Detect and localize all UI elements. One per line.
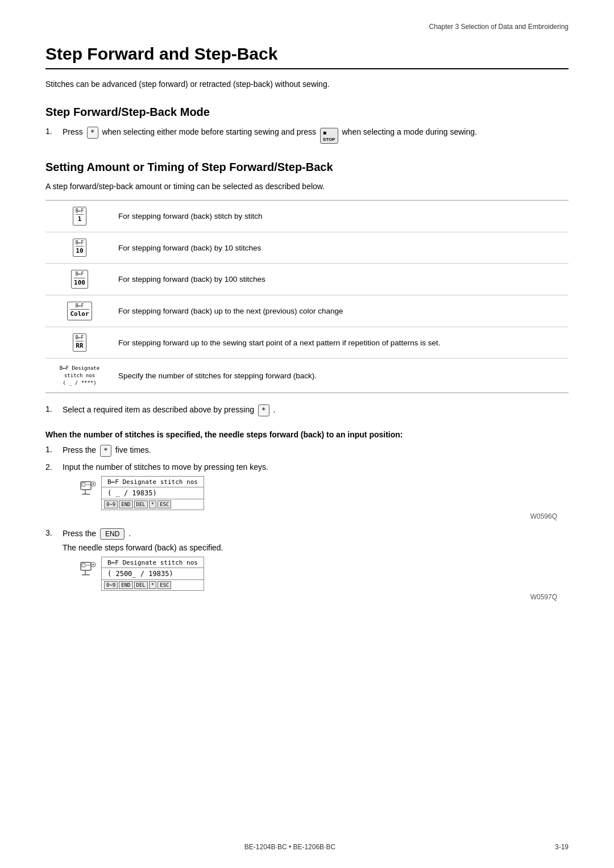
- diagram1-input-text: ( _ / 19835): [107, 489, 157, 497]
- diagram2-box: B↔F Designate stitch nos ( 2500_ / 19835…: [101, 557, 204, 591]
- diagram2-title: B↔F Designate stitch nos: [102, 557, 204, 568]
- step3-3-pre: Press the: [63, 529, 96, 538]
- svg-point-6: [93, 483, 94, 485]
- footer-page: 3-19: [534, 843, 569, 851]
- step-table: B↔F 1 For stepping forward (back) stitch…: [45, 200, 569, 393]
- section3-note-wrapper: When the number of stitches is specified…: [45, 430, 569, 439]
- bold-note: When the number of stitches is specified…: [45, 430, 569, 439]
- intro-text: Stitches can be advanced (step forward) …: [45, 80, 569, 89]
- sewing-machine-svg-1: [80, 478, 97, 496]
- end-button: END: [100, 528, 125, 540]
- table-row: B↔F Designate stitch nos ( _ / ****) Spe…: [45, 358, 569, 393]
- icon-cell-6: B↔F Designate stitch nos ( _ / ****): [45, 362, 114, 389]
- step3-2-content: Input the number of stitches to move by …: [63, 462, 569, 523]
- step-icon-3: B↔F 100: [71, 270, 88, 289]
- step-number: 1.: [45, 127, 63, 136]
- step3-2-num: 2.: [45, 462, 63, 471]
- diagram1-top: B↔F Designate stitch nos ( _ / 19835) 0~…: [80, 476, 204, 510]
- step-icon-2: B↔F 10: [73, 239, 86, 257]
- step-number-2: 1.: [45, 404, 63, 414]
- machine-icon-1: [80, 478, 97, 499]
- table-row: B↔F 10 For stepping forward (back) by 10…: [45, 232, 569, 264]
- diagram2: B↔F Designate stitch nos ( 2500_ / 19835…: [80, 557, 569, 601]
- desc-cell-1: For stepping forward (back) stitch by st…: [114, 212, 569, 220]
- diagram2-caption: W0597Q: [530, 593, 557, 601]
- section2-desc: A step forward/step-back amount or timin…: [45, 182, 569, 191]
- diagram2-inner: B↔F Designate stitch nos ( 2500_ / 19835…: [101, 557, 204, 580]
- key-esc-1: ESC: [157, 500, 171, 508]
- step3-3-post: .: [128, 529, 131, 538]
- section1-title: Step Forward/Step-Back Mode: [45, 106, 569, 119]
- section1-step1: 1. Press * when selecting either mode be…: [45, 127, 569, 144]
- select-text: Select a required item as described abov…: [63, 405, 254, 414]
- key-esc-2: ESC: [157, 581, 171, 589]
- key-del-1: DEL: [134, 500, 148, 508]
- page-footer: BE-1204B·BC • BE-1206B·BC 3-19: [0, 843, 614, 851]
- step1-mid: when selecting either mode before starti…: [102, 127, 316, 136]
- step3-1-pre: Press the: [63, 445, 96, 454]
- diagram1-title: B↔F Designate stitch nos: [102, 477, 204, 487]
- select-step: 1. Select a required item as described a…: [45, 404, 569, 416]
- desc-cell-5: For stepping forward up to the sewing st…: [114, 339, 569, 347]
- page-title: Step Forward and Step-Back: [45, 44, 569, 69]
- asterisk-btn-3: *: [100, 445, 111, 457]
- desc-cell-2: For stepping forward (back) by 10 stitch…: [114, 244, 569, 252]
- icon-cell-4: B↔F Color: [45, 299, 114, 323]
- diagram1: B↔F Designate stitch nos ( _ / 19835) 0~…: [80, 476, 569, 520]
- stop-button: ■STOP: [320, 128, 338, 144]
- icon-cell-1: B↔F 1: [45, 205, 114, 228]
- step3-3-content: Press the END . The needle steps forward…: [63, 528, 569, 603]
- step-icon-1: B↔F 1: [73, 207, 86, 226]
- diagram1-input: ( _ / 19835): [102, 487, 204, 499]
- table-row: B↔F 1 For stepping forward (back) stitch…: [45, 201, 569, 232]
- stop-icon: ■STOP: [323, 130, 335, 142]
- icon-cell-3: B↔F 100: [45, 268, 114, 291]
- diagram1-caption: W0596Q: [530, 512, 557, 520]
- step3-1-num: 1.: [45, 445, 63, 454]
- diagram2-top: B↔F Designate stitch nos ( 2500_ / 19835…: [80, 557, 204, 591]
- step3-3-num: 3.: [45, 528, 63, 537]
- select-content: Select a required item as described abov…: [63, 404, 569, 416]
- icon-cell-5: B↔F RR: [45, 331, 114, 354]
- end-btn-label: END: [105, 530, 119, 538]
- machine-icon-2: [80, 559, 97, 580]
- chapter-header: Chapter 3 Selection of Data and Embroide…: [45, 23, 569, 34]
- key-del-2: DEL: [134, 581, 148, 589]
- step-icon-5: B↔F RR: [73, 333, 86, 352]
- diagram2-input-text: ( 2500_ / 19835): [107, 570, 173, 578]
- diagram2-input: ( 2500_ / 19835): [102, 568, 204, 579]
- section2-title: Setting Amount or Timing of Step Forward…: [45, 161, 569, 174]
- key-ast-2: *: [149, 581, 156, 589]
- step3-1-post: five times.: [115, 445, 151, 454]
- table-row: B↔F RR For stepping forward up to the se…: [45, 327, 569, 359]
- sewing-machine-svg-2: [80, 559, 97, 577]
- key-ast-1: *: [149, 500, 156, 508]
- asterisk-btn-1: *: [87, 127, 98, 139]
- section3-step1: 1. Press the * five times.: [45, 445, 569, 457]
- step1-post: when selecting a mode during sewing.: [342, 127, 477, 136]
- desc-cell-6: Specify the number of stitches for stepp…: [114, 372, 569, 380]
- diagram1-keys: 0~9 END DEL * ESC: [101, 499, 204, 510]
- icon-cell-2: B↔F 10: [45, 236, 114, 260]
- step-icon-4: B↔F Color: [67, 302, 92, 320]
- desc-cell-4: For stepping forward (back) up to the ne…: [114, 307, 569, 315]
- svg-rect-8: [82, 564, 85, 567]
- section3-step2: 2. Input the number of stitches to move …: [45, 462, 569, 523]
- key-end-2: END: [119, 581, 132, 589]
- key-end-1: END: [119, 500, 132, 508]
- section3-step3: 3. Press the END . The needle steps forw…: [45, 528, 569, 603]
- step1-pre: Press: [63, 127, 83, 136]
- step1-content: Press * when selecting either mode befor…: [63, 127, 569, 144]
- key-0-9-2: 0~9: [104, 581, 118, 589]
- step3-2-text: Input the number of stitches to move by …: [63, 462, 268, 471]
- diagram2-keys: 0~9 END DEL * ESC: [101, 580, 204, 591]
- asterisk-btn-2: *: [258, 404, 269, 416]
- svg-point-13: [93, 564, 94, 566]
- footer-model: BE-1204B·BC • BE-1206B·BC: [45, 843, 534, 851]
- diagram1-box: B↔F Designate stitch nos ( _ / 19835) 0~…: [101, 476, 204, 510]
- svg-rect-1: [82, 483, 85, 486]
- diagram1-inner: B↔F Designate stitch nos ( _ / 19835): [101, 476, 204, 499]
- chapter-text: Chapter 3 Selection of Data and Embroide…: [429, 23, 569, 31]
- table-row: B↔F Color For stepping forward (back) up…: [45, 295, 569, 327]
- step3-3-note: The needle steps forward (back) as speci…: [63, 543, 569, 552]
